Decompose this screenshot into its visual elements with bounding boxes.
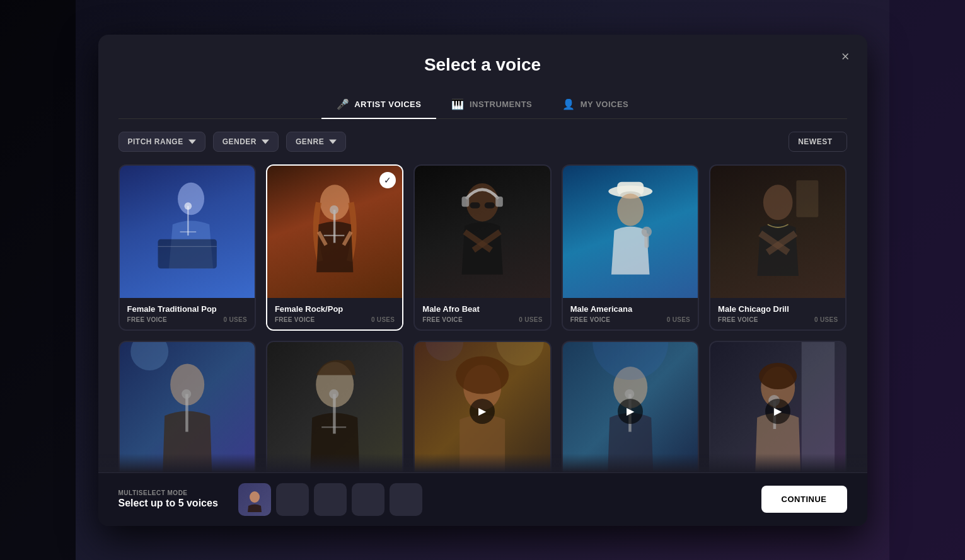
- chevron-down-icon: [262, 138, 269, 146]
- selected-voice-slot-1[interactable]: [238, 483, 271, 516]
- play-button-overlay[interactable]: ▶: [765, 399, 790, 424]
- voice-card-female-soul[interactable]: ▶ Female Soul FREE VOICE 0 USES: [413, 341, 551, 472]
- voice-card-image: [267, 342, 402, 472]
- gender-filter[interactable]: GENDER: [213, 132, 279, 152]
- voice-card-male-alternative[interactable]: Male Alternative FREE VOICE 0 USES: [266, 341, 403, 472]
- tab-artist-voices[interactable]: 🎤 ARTIST VOICES: [321, 91, 437, 119]
- svg-point-32: [182, 389, 191, 399]
- voice-meta: FREE VOICE 0 USES: [127, 316, 247, 323]
- voices-grid: Female Traditional Pop FREE VOICE 0 USES: [98, 152, 867, 472]
- voice-tier: FREE VOICE: [127, 316, 168, 323]
- voice-card-female-rock-pop[interactable]: ✓ Female Rock/Pop FREE VOICE 0 USES: [266, 164, 403, 331]
- svg-point-44: [625, 389, 634, 399]
- genre-label: GENRE: [296, 137, 324, 146]
- voice-info: Female Rock/Pop FREE VOICE 0 USES: [267, 298, 402, 329]
- person-silhouette: [120, 342, 255, 472]
- voice-name: Male Americana: [570, 304, 690, 314]
- voice-card-female-traditional-pop[interactable]: Female Traditional Pop FREE VOICE 0 USES: [118, 164, 256, 331]
- svg-point-8: [330, 205, 338, 214]
- piano-icon: 🎹: [451, 98, 465, 110]
- svg-point-35: [329, 389, 338, 399]
- person-silhouette: [563, 166, 698, 298]
- voice-tier: FREE VOICE: [422, 316, 463, 323]
- voice-card-image: [120, 166, 255, 298]
- person-silhouette: [415, 166, 550, 298]
- sort-button[interactable]: NEWEST: [789, 132, 847, 152]
- svg-rect-1: [158, 239, 216, 268]
- play-button-overlay[interactable]: ▶: [470, 399, 495, 424]
- voice-uses: 0 USES: [519, 316, 542, 323]
- voice-tier: FREE VOICE: [718, 316, 758, 323]
- modal-header: Select a voice × 🎤 ARTIST VOICES 🎹 INSTR…: [98, 35, 867, 119]
- close-button[interactable]: ×: [836, 47, 855, 66]
- svg-point-22: [617, 193, 644, 226]
- person-silhouette: [710, 166, 845, 298]
- gender-label: GENDER: [222, 137, 257, 146]
- voice-tier: FREE VOICE: [275, 316, 315, 323]
- continue-button[interactable]: CONTINUE: [761, 486, 847, 513]
- svg-point-30: [130, 342, 168, 370]
- slot-avatar-svg: [242, 487, 267, 512]
- voice-info: Female Traditional Pop FREE VOICE 0 USES: [120, 298, 255, 329]
- voice-meta: FREE VOICE 0 USES: [718, 316, 838, 323]
- voice-info: Male Afro Beat FREE VOICE 0 USES: [415, 298, 550, 329]
- tab-instruments-label: INSTRUMENTS: [470, 100, 532, 109]
- voices-grid-wrapper: Female Traditional Pop FREE VOICE 0 USES: [98, 152, 867, 472]
- select-voice-modal: Select a voice × 🎤 ARTIST VOICES 🎹 INSTR…: [98, 35, 867, 526]
- svg-point-0: [178, 182, 204, 214]
- voice-card-male-pop-ballad[interactable]: ▶ Male Pop Ballad FREE VOICE 0 USES: [562, 341, 699, 472]
- svg-point-24: [641, 226, 651, 236]
- bg-blur-right: [889, 0, 965, 560]
- chevron-down-icon: [329, 138, 337, 146]
- microphone-icon: 🎤: [337, 98, 350, 110]
- voice-card-male-afro-beat[interactable]: Male Afro Beat FREE VOICE 0 USES: [413, 164, 551, 331]
- voice-info: Male Americana FREE VOICE 0 USES: [563, 298, 698, 329]
- pitch-range-filter[interactable]: PITCH RANGE: [118, 132, 205, 152]
- selected-voice-slot-4[interactable]: [352, 483, 384, 516]
- voice-card-image: [710, 166, 845, 298]
- svg-rect-3: [187, 206, 188, 236]
- modal-footer: MULTISELECT MODE Select up to 5 voices: [98, 472, 867, 526]
- voice-card-image: [563, 166, 698, 298]
- svg-point-4: [184, 202, 192, 210]
- voice-meta: FREE VOICE 0 USES: [422, 316, 542, 323]
- voice-meta: FREE VOICE 0 USES: [275, 316, 395, 323]
- svg-point-42: [592, 342, 668, 380]
- select-instruction: Select up to 5 voices: [118, 498, 218, 509]
- person-silhouette: [120, 166, 255, 298]
- voice-name: Male Afro Beat: [422, 304, 542, 314]
- tab-artist-voices-label: ARTIST VOICES: [354, 100, 421, 109]
- slot-avatar: [238, 483, 271, 516]
- voice-card-female-indie-rock[interactable]: Female Indie Rock FREE VOICE 0 USES: [118, 341, 256, 472]
- pitch-range-label: PITCH RANGE: [128, 137, 183, 146]
- voice-card-image: [120, 342, 255, 472]
- voice-uses: 0 USES: [667, 316, 690, 323]
- tab-my-voices[interactable]: 👤 MY VOICES: [547, 91, 644, 119]
- selected-voices-slots: [238, 483, 751, 516]
- svg-point-50: [250, 491, 260, 503]
- tab-instruments[interactable]: 🎹 INSTRUMENTS: [436, 91, 547, 119]
- selected-voice-slot-5[interactable]: [390, 483, 422, 516]
- voice-name: Male Chicago Drill: [718, 304, 838, 314]
- voice-card-male-americana[interactable]: Male Americana FREE VOICE 0 USES: [562, 164, 699, 331]
- selected-check-badge: ✓: [379, 172, 396, 188]
- svg-rect-7: [333, 210, 336, 243]
- play-button-overlay[interactable]: ▶: [618, 399, 643, 424]
- voice-info: Male Chicago Drill FREE VOICE 0 USES: [710, 298, 845, 329]
- svg-rect-13: [462, 197, 470, 207]
- genre-filter[interactable]: GENRE: [286, 132, 346, 152]
- voice-uses: 0 USES: [224, 316, 247, 323]
- voice-meta: FREE VOICE 0 USES: [570, 316, 690, 323]
- voice-name: Female Traditional Pop: [127, 304, 247, 314]
- selected-voice-slot-3[interactable]: [314, 483, 347, 516]
- tab-my-voices-label: MY VOICES: [581, 100, 629, 109]
- voice-card-male-chicago-drill[interactable]: Male Chicago Drill FREE VOICE 0 USES: [709, 164, 847, 331]
- voice-name: Female Rock/Pop: [275, 304, 395, 314]
- voice-tabs: 🎤 ARTIST VOICES 🎹 INSTRUMENTS 👤 MY VOICE…: [118, 90, 847, 119]
- svg-rect-14: [495, 197, 503, 207]
- selected-voice-slot-2[interactable]: [276, 483, 309, 516]
- voice-card-male-rnb[interactable]: ▶ Male R&B FREE VOICE 0 USES: [709, 341, 847, 472]
- voice-uses: 0 USES: [371, 316, 395, 323]
- person-icon: 👤: [562, 98, 575, 110]
- modal-title: Select a voice: [424, 55, 541, 75]
